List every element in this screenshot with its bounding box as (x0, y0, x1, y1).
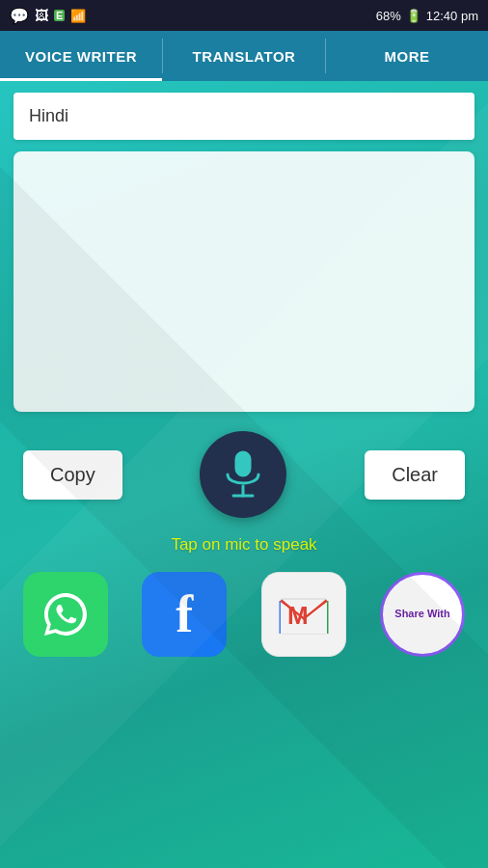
share-with-button[interactable]: Share With (380, 572, 465, 657)
svg-text:M: M (287, 601, 309, 630)
whatsapp-share-button[interactable] (23, 572, 108, 657)
tab-voice-writer[interactable]: VOICE WRITER (0, 31, 162, 81)
battery-percent: 68% (376, 9, 401, 23)
copy-button[interactable]: Copy (23, 450, 122, 500)
status-left-icons: 💬 🖼 E 📶 (10, 7, 86, 25)
status-right-info: 68% 🔋 12:40 pm (376, 9, 478, 23)
language-selector[interactable]: Hindi (14, 93, 474, 140)
share-with-label: Share With (394, 608, 449, 620)
mic-icon (224, 449, 262, 500)
mic-button[interactable] (200, 431, 286, 518)
facebook-icon: f (176, 584, 193, 644)
tab-more-label: MORE (385, 48, 430, 65)
svg-rect-0 (235, 451, 251, 476)
action-buttons-row: Copy Clear (14, 431, 474, 518)
clear-button[interactable]: Clear (365, 450, 465, 500)
tab-more[interactable]: MORE (326, 31, 488, 81)
tab-translator[interactable]: TRANSLATOR (163, 31, 325, 81)
share-icons-row: f M Share With (14, 572, 474, 657)
gmail-share-button[interactable]: M (261, 572, 346, 657)
main-content: Hindi Copy Clear Tap on mic to speak (0, 81, 488, 868)
signal-bars-icon: 📶 (70, 9, 86, 23)
whatsapp-notification-icon: 💬 (10, 7, 29, 25)
facebook-share-button[interactable]: f (142, 572, 227, 657)
tab-translator-label: TRANSLATOR (193, 48, 296, 65)
status-bar: 💬 🖼 E 📶 68% 🔋 12:40 pm (0, 0, 488, 31)
image-notification-icon: 🖼 (35, 8, 48, 23)
network-e-icon: E (54, 10, 65, 21)
time-display: 12:40 pm (426, 9, 478, 23)
tab-bar: VOICE WRITER TRANSLATOR MORE (0, 31, 488, 81)
language-value: Hindi (29, 106, 68, 125)
battery-icon: 🔋 (406, 9, 421, 23)
whatsapp-icon (39, 587, 93, 641)
tab-voice-writer-label: VOICE WRITER (25, 48, 137, 65)
voice-text-area[interactable] (14, 151, 474, 412)
text-area-container (14, 151, 474, 412)
gmail-icon: M (272, 587, 336, 641)
tap-hint-text: Tap on mic to speak (171, 535, 316, 555)
